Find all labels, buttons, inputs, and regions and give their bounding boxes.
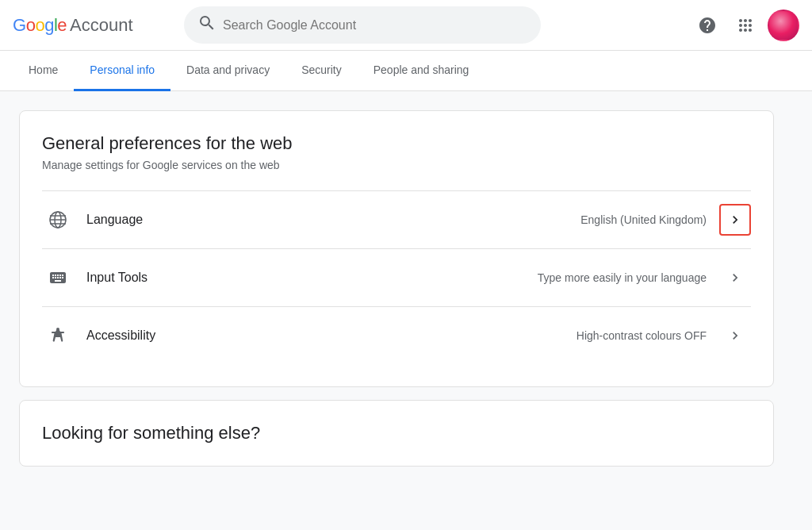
input-tools-arrow[interactable] [719, 262, 751, 294]
tab-personal-info[interactable]: Personal info [74, 51, 170, 91]
language-arrow-highlighted[interactable] [719, 204, 751, 236]
header-actions [691, 10, 799, 41]
looking-title: Looking for something else? [42, 423, 751, 444]
apps-icon [736, 16, 755, 35]
looking-card: Looking for something else? [19, 400, 774, 467]
tab-people-sharing[interactable]: People and sharing [358, 51, 485, 91]
accessibility-value: High-contrast colours OFF [576, 329, 707, 342]
header: Google Account [0, 0, 812, 51]
main-content: General preferences for the web Manage s… [0, 91, 793, 486]
accessibility-row[interactable]: Accessibility High-contrast colours OFF [42, 306, 751, 364]
card-title: General preferences for the web [42, 133, 751, 154]
language-row[interactable]: Language English (United Kingdom) [42, 190, 751, 248]
chevron-right-icon [727, 328, 743, 344]
input-tools-value: Type more easily in your language [538, 271, 707, 284]
tab-home[interactable]: Home [13, 51, 74, 91]
input-tools-label: Input Tools [86, 271, 538, 285]
chevron-right-icon [727, 270, 743, 286]
keyboard-icon [42, 262, 74, 294]
input-tools-row[interactable]: Input Tools Type more easily in your lan… [42, 248, 751, 306]
google-logo: Google [13, 15, 67, 36]
globe-icon [42, 204, 74, 236]
language-label: Language [86, 213, 580, 227]
help-button[interactable] [691, 10, 723, 41]
logo[interactable]: Google Account [13, 15, 171, 36]
search-input[interactable] [223, 18, 527, 33]
apps-button[interactable] [730, 10, 761, 41]
avatar[interactable] [768, 10, 799, 41]
help-icon [698, 16, 717, 35]
card-subtitle: Manage settings for Google services on t… [42, 159, 751, 171]
accessibility-label: Accessibility [86, 328, 576, 343]
general-preferences-card: General preferences for the web Manage s… [19, 110, 774, 387]
accessibility-icon [42, 320, 74, 351]
language-value: English (United Kingdom) [580, 213, 707, 226]
search-bar[interactable] [184, 6, 541, 44]
nav-tabs: Home Personal info Data and privacy Secu… [0, 51, 812, 91]
logo-account-text: Account [70, 15, 133, 36]
chevron-right-icon [727, 212, 743, 228]
tab-security[interactable]: Security [285, 51, 358, 91]
tab-data-privacy[interactable]: Data and privacy [170, 51, 285, 91]
search-icon [197, 13, 216, 36]
accessibility-arrow[interactable] [719, 320, 751, 351]
